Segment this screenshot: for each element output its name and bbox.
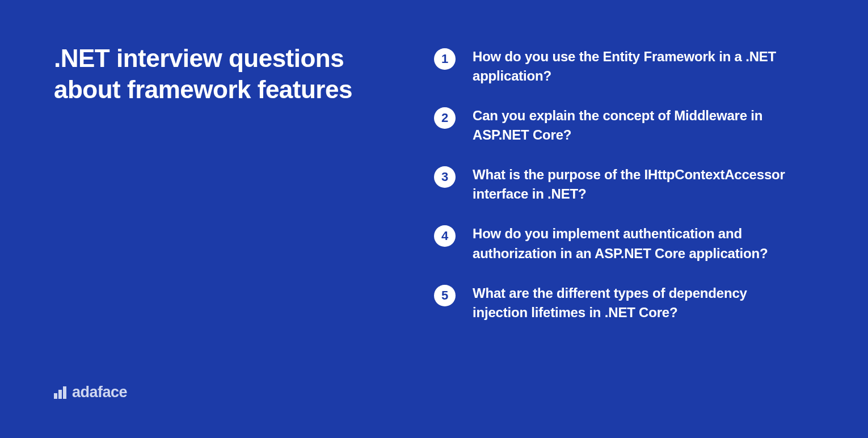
svg-rect-0 [54,393,57,399]
brand-logo: adaface [54,384,411,401]
item-question: How do you implement authentication and … [473,224,790,263]
brand-name: adaface [72,384,127,401]
svg-rect-1 [58,390,62,399]
list-item: 4 How do you implement authentication an… [434,224,814,263]
question-list: 1 How do you use the Entity Framework in… [434,43,814,410]
item-number-badge: 1 [434,48,456,70]
list-item: 3 What is the purpose of the IHttpContex… [434,165,814,204]
item-number-badge: 2 [434,107,456,129]
item-number-badge: 5 [434,285,456,306]
item-number-badge: 3 [434,166,456,188]
item-question: Can you explain the concept of Middlewar… [473,106,790,145]
item-question: How do you use the Entity Framework in a… [473,47,790,86]
list-item: 2 Can you explain the concept of Middlew… [434,106,814,145]
list-item: 5 What are the different types of depend… [434,284,814,322]
page-title: .NET interview questions about framework… [54,43,411,105]
item-question: What are the different types of dependen… [473,284,790,322]
item-number-badge: 4 [434,225,456,247]
bars-icon [54,386,66,399]
list-item: 1 How do you use the Entity Framework in… [434,47,814,86]
item-question: What is the purpose of the IHttpContextA… [473,165,790,204]
left-column: .NET interview questions about framework… [54,43,434,410]
svg-rect-2 [63,386,66,399]
